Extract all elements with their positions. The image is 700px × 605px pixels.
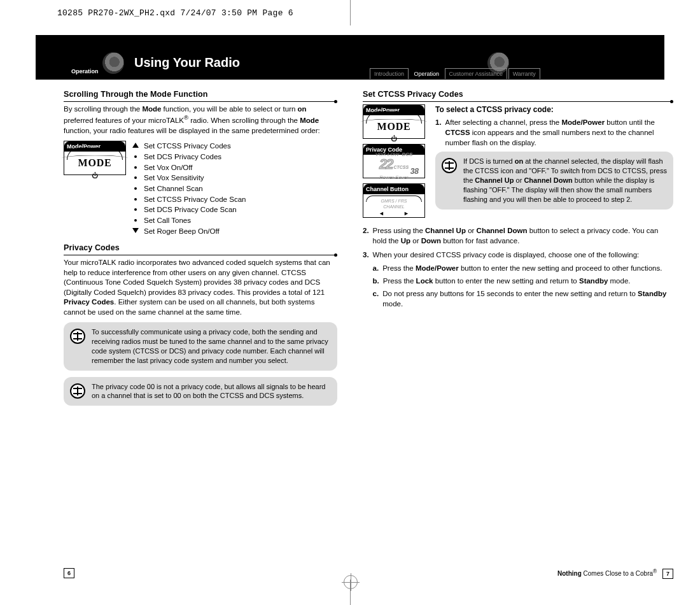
step-3b: b.Press the Lock button to enter the new… xyxy=(373,276,673,286)
privacy-code-display-diagram: Privacy Code VOX LOW DCS 22CTCSS 38 Powe… xyxy=(363,144,425,178)
heading-mode-function: Scrolling Through the Mode Function xyxy=(64,89,337,102)
section-nav-tabs: Introduction Operation Customer Assistan… xyxy=(370,68,540,79)
prepress-slug: 10285 PR270-2WX_PH2.qxd 7/24/07 3:50 PM … xyxy=(57,8,293,19)
bullet-icon xyxy=(134,198,137,201)
page-number-right: 7 xyxy=(662,569,673,579)
cobra-logo-icon xyxy=(102,52,124,74)
page-title: Using Your Radio xyxy=(134,54,240,71)
step-2: 2. Press using the Channel Up or Channel… xyxy=(363,225,673,246)
mode-glyph: MODE xyxy=(78,157,112,168)
down-arrow-icon xyxy=(132,228,139,233)
bullet-icon xyxy=(134,219,137,222)
note-icon xyxy=(442,158,457,173)
bullet-icon xyxy=(134,176,137,179)
tab-introduction: Introduction xyxy=(370,68,409,79)
right-page: Set CTCSS Privacy Codes Mode/Power MODE⏻… xyxy=(350,89,700,554)
channel-button-diagram: Channel Button GMRS / FRSCHANNEL ◄ ► xyxy=(363,183,425,218)
note-code-00: The privacy code 00 is not a privacy cod… xyxy=(64,377,337,406)
bullet-icon xyxy=(134,208,137,211)
ctcss-lead: To select a CTCSS privacy code: xyxy=(435,104,673,115)
mode-power-button-diagram: Mode/Power MODE⏻ xyxy=(363,104,425,139)
note-icon xyxy=(70,383,85,399)
privacy-codes-paragraph: Your microTALK radio incorporates two ad… xyxy=(64,258,337,317)
tab-operation-left: Operation xyxy=(69,68,101,75)
mode-order-list: Set CTCSS Privacy Codes Set DCS Privacy … xyxy=(132,141,337,236)
crop-mark-top xyxy=(350,0,351,25)
power-icon: ⏻ xyxy=(92,172,98,179)
page-number-left: 6 xyxy=(64,568,74,578)
tab-operation: Operation xyxy=(410,68,444,79)
header-black-band: Operation Using Your Radio Introduction … xyxy=(36,35,664,80)
mode-power-button-diagram: Mode/Power MODE ⏻ xyxy=(64,141,126,175)
cobra-slogan: Nothing Comes Close to a Cobra® xyxy=(557,568,657,578)
heading-privacy-codes: Privacy Codes xyxy=(64,243,337,255)
tab-warranty: Warranty xyxy=(508,68,540,79)
note-icon xyxy=(70,329,85,344)
up-arrow-icon xyxy=(132,143,139,148)
mode-intro-paragraph: By scrolling through the Mode function, … xyxy=(64,104,337,136)
note-dcs-on: If DCS is turned on at the channel selec… xyxy=(435,152,673,209)
left-page: Scrolling Through the Mode Function By s… xyxy=(0,89,350,554)
tab-customer-assistance: Customer Assistance xyxy=(445,68,508,79)
bullet-icon xyxy=(134,187,137,190)
step-1: 1. After selecting a channel, press the … xyxy=(435,117,673,148)
step-3: 3. When your desired CTCSS privacy code … xyxy=(363,250,673,311)
bullet-icon xyxy=(134,166,137,169)
step-3a: a.Press the Mode/Power button to enter t… xyxy=(373,263,673,273)
note-communicate: To successfully communicate using a priv… xyxy=(64,322,337,370)
bullet-icon xyxy=(134,155,137,158)
registration-mark-icon xyxy=(344,575,358,589)
heading-set-ctcss: Set CTCSS Privacy Codes xyxy=(363,89,673,102)
step-3c: c.Do not press any buttons for 15 second… xyxy=(373,288,673,309)
